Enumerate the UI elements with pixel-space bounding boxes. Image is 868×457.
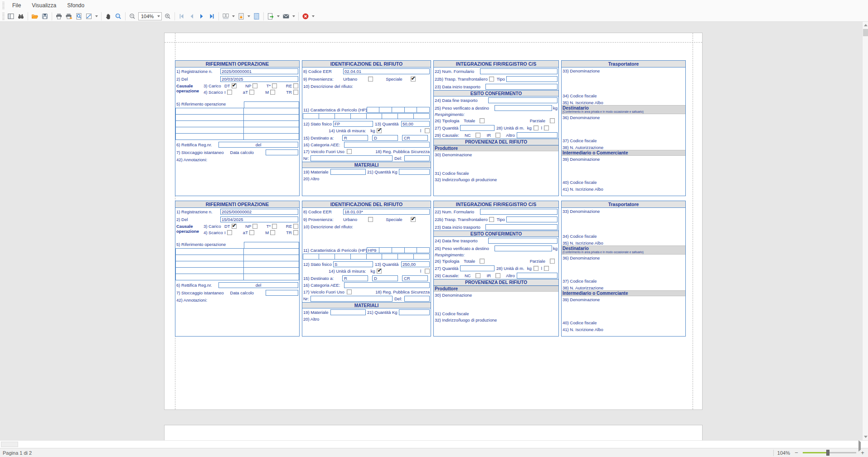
checkbox-carico-dt — [232, 83, 237, 88]
scale-button[interactable] — [84, 11, 94, 21]
scroll-up-arrow[interactable] — [863, 23, 868, 27]
esito-conferimento-header: ESITO CONFERIMENTO — [434, 231, 558, 237]
page-layout-button[interactable] — [221, 11, 231, 21]
hand-tool-button[interactable] — [103, 11, 113, 21]
scarico-i-label: I — [224, 90, 226, 95]
close-button[interactable] — [301, 11, 310, 21]
panel-header: IDENTIFICAZIONE DEL RIFIUTO — [302, 61, 431, 67]
preview-area[interactable]: RIFERIMENTI OPERAZIONE 1) Registrazione … — [0, 22, 868, 440]
find-button[interactable] — [16, 11, 26, 21]
last-page-button[interactable] — [207, 11, 217, 21]
speciale-label: Speciale — [386, 217, 402, 222]
field-label: 13) Quantità — [375, 262, 401, 267]
destinatario-subtitle: (Conferimento in area privata e in modo … — [563, 251, 685, 254]
panel-riferimenti-operazione: RIFERIMENTI OPERAZIONE 1) Registrazione … — [175, 60, 300, 196]
field-label: 22b) Trasp. Transfrontaliero — [435, 217, 488, 222]
scroll-right-arrow[interactable] — [858, 442, 861, 450]
margin-guide — [165, 42, 702, 43]
prev-page-button[interactable] — [187, 11, 197, 21]
kg-label: kg — [553, 246, 558, 251]
email-button[interactable] — [281, 11, 291, 21]
data-fine-trasporto-cell — [488, 97, 558, 103]
watermark-button[interactable] — [252, 11, 262, 21]
checkbox-carico-np — [252, 224, 257, 229]
close-dropdown-caret[interactable] — [312, 15, 315, 17]
save-button[interactable] — [40, 11, 50, 21]
field-label: 20) Altro — [303, 176, 319, 181]
checkbox-urbano — [368, 217, 373, 222]
zoom-slider-thumb[interactable] — [826, 450, 829, 456]
scarico-at-label: aT — [243, 230, 248, 235]
registrazione-value: 2025/00000001 — [220, 68, 298, 74]
print-icon — [55, 13, 63, 20]
zoom-tool-button[interactable] — [113, 11, 123, 21]
checkbox-ir — [495, 273, 500, 278]
scroll-down-arrow[interactable] — [863, 435, 868, 439]
quick-print-button[interactable] — [64, 11, 74, 21]
zoom-slider[interactable] — [803, 450, 856, 456]
email-dropdown-caret[interactable] — [292, 15, 295, 17]
causale-label: Causale operazione — [176, 83, 204, 93]
export-dropdown-caret[interactable] — [277, 15, 280, 17]
field-label: 20) Altro — [303, 317, 319, 322]
hp-cells-row2 — [302, 113, 431, 120]
zoom-out-button[interactable] — [127, 11, 137, 21]
provenienza-header: PROVENIENZA DEL RIFIUTO — [434, 279, 558, 286]
menu-sfondo[interactable]: Sfondo — [63, 1, 89, 10]
scale-dropdown-caret[interactable] — [95, 15, 98, 17]
page-background-button[interactable] — [236, 11, 246, 21]
field-label: 36) Denominazione — [563, 255, 600, 260]
hp-cell — [379, 107, 392, 113]
field-label: 31) Codice fiscale — [435, 171, 469, 176]
vertical-scroll-thumb[interactable] — [863, 29, 868, 36]
checkbox-transfrontaliero — [489, 217, 494, 222]
menu-visualizza[interactable]: Visualizza — [27, 1, 61, 10]
zoom-level-combobox[interactable]: 104% — [138, 12, 162, 20]
field-label: 41) N. Iscrizione Albo — [563, 187, 603, 192]
scarico-i-label: I — [224, 230, 226, 235]
zoom-out-button[interactable]: − — [794, 449, 799, 456]
export-button[interactable] — [266, 11, 276, 21]
field-label: 32) Indirizzo/luogo di produzione — [435, 317, 497, 322]
respingimento-label: Respingimento: — [434, 252, 558, 257]
panel-trasportatore: Trasportatore 33) Denominazione 34) Codi… — [561, 60, 686, 196]
field-label: Data calcolo — [230, 150, 254, 155]
hp-cells — [367, 107, 430, 113]
field-label: 23) Data inizio trasporto — [435, 84, 485, 89]
carico-np-label: NP — [245, 224, 251, 229]
riferimento-cell — [175, 274, 243, 280]
data-calcolo-cell — [266, 149, 298, 155]
hp-cell — [392, 247, 405, 253]
carico-re-label: RE — [286, 83, 292, 88]
zoom-slider-track-filled — [803, 452, 828, 453]
vertical-scrollbar[interactable] — [862, 22, 868, 440]
horizontal-scrollbar[interactable] — [0, 440, 868, 448]
print-preview-button[interactable] — [74, 11, 84, 21]
carico-dt-label: DT — [224, 83, 230, 88]
field-label: 19) Materiale — [303, 310, 330, 315]
page-background-dropdown-caret[interactable] — [247, 15, 250, 17]
menu-file[interactable]: File — [8, 1, 25, 10]
next-page-button[interactable] — [197, 11, 207, 21]
quantita-kg-cell — [399, 309, 430, 315]
scarico-label: 4) Scarico — [204, 90, 224, 95]
field-label: 17) Veicolo Fuori Uso — [303, 149, 344, 154]
first-page-button[interactable] — [177, 11, 187, 21]
window-layout-button[interactable] — [6, 11, 16, 21]
scarico-label: 4) Scarico — [204, 230, 224, 235]
horizontal-scroll-thumb[interactable] — [1, 442, 18, 447]
print-button[interactable] — [54, 11, 64, 21]
field-label: 8) Codice EER — [303, 209, 343, 214]
field-label: 10) Descrizione del rifiuto: — [303, 84, 353, 89]
field-label: 12) Stato fisico — [303, 262, 333, 267]
zoom-in-button[interactable] — [163, 11, 173, 21]
hp-cell — [319, 254, 335, 260]
page-layout-dropdown-caret[interactable] — [232, 15, 235, 17]
open-button[interactable] — [30, 11, 40, 21]
zoom-dropdown-caret[interactable] — [157, 15, 160, 17]
destinato-d-cell: D — [372, 135, 398, 141]
export-icon — [267, 13, 274, 20]
kg-label: kg — [527, 266, 532, 271]
field-label: 36) Denominazione — [563, 115, 600, 120]
page-info: Pagina 1 di 2 — [3, 450, 32, 456]
